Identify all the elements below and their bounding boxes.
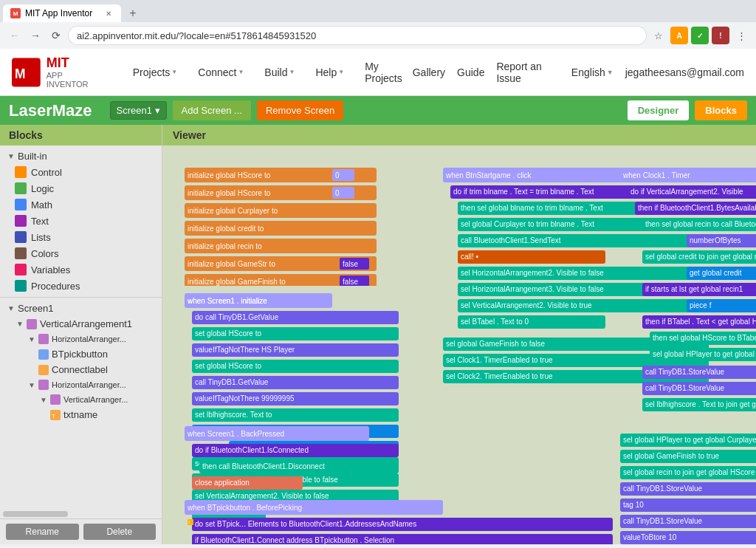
blocks-canvas: initialize global HScore to 0 initialize… bbox=[162, 145, 756, 544]
vertical-arranger2[interactable]: ▼ VerticalArranger... bbox=[0, 392, 162, 407]
app-title: LaserMaze bbox=[9, 101, 92, 120]
blocks-scroll[interactable]: ▼ Built-in Control Logic Math Text bbox=[0, 145, 162, 510]
category-procedures[interactable]: Procedures bbox=[0, 278, 162, 294]
svg-text:tag  10: tag 10 bbox=[623, 501, 644, 509]
screen-selector[interactable]: Screen1 ▾ bbox=[110, 101, 167, 120]
extension2-icon[interactable]: ✓ bbox=[691, 27, 709, 44]
active-tab[interactable]: M MIT App Inventor ✕ bbox=[3, 4, 121, 22]
nav-icons: ☆ A ✓ ! ⋮ bbox=[650, 27, 750, 44]
colors-color-block bbox=[15, 247, 27, 259]
va2-icon bbox=[50, 394, 61, 405]
main-area: Blocks ▼ Built-in Control Logic Math bbox=[0, 125, 756, 544]
svg-text:call TinyDB1.GetValue: call TinyDB1.GetValue bbox=[195, 378, 269, 386]
vertical-arrangement1[interactable]: ▼ VerticalArrangement1 bbox=[0, 316, 162, 332]
add-screen-button[interactable]: Add Screen ... bbox=[173, 100, 251, 120]
address-bar[interactable] bbox=[68, 26, 647, 45]
svg-text:sel VerticalArrangement2. Visi: sel VerticalArrangement2. Visible to fal… bbox=[195, 492, 329, 500]
extension3-icon[interactable]: ! bbox=[712, 27, 729, 44]
nav-connect[interactable]: Connect ▼ bbox=[188, 61, 254, 84]
blocks-panel: Blocks ▼ Built-in Control Logic Math bbox=[0, 125, 162, 544]
remove-screen-button[interactable]: Remove Screen bbox=[257, 100, 343, 120]
variables-color-block bbox=[15, 264, 27, 275]
forward-button[interactable]: → bbox=[27, 27, 44, 44]
nav-projects[interactable]: Projects ▼ bbox=[123, 61, 188, 84]
mit-logo-icon: M bbox=[12, 58, 41, 87]
txtname-item[interactable]: T txtname bbox=[0, 407, 162, 422]
category-text[interactable]: Text bbox=[0, 213, 162, 229]
back-button[interactable]: ← bbox=[6, 27, 24, 44]
header-right: Gallery Guide Report an Issue English ▼ … bbox=[413, 61, 744, 84]
ha1-toggle: ▼ bbox=[27, 335, 37, 343]
svg-text:then  if  BTabel . Text  <  ge: then if BTabel . Text < get global HScor… bbox=[645, 318, 756, 326]
category-procedures-label: Procedures bbox=[31, 281, 80, 292]
svg-text:sel VerticalArrangement2. Visi: sel VerticalArrangement2. Visible to tru… bbox=[461, 301, 592, 309]
builtin-section[interactable]: ▼ Built-in bbox=[0, 148, 162, 164]
tab-close-button[interactable]: ✕ bbox=[103, 8, 114, 18]
svg-text:do  if  trim  blname . Text  =: do if trim blname . Text = trim blname .… bbox=[453, 188, 594, 196]
btpickbutton-item[interactable]: BTpickbutton bbox=[0, 346, 162, 362]
svg-text:sel lblhighscore . Text to  jo: sel lblhighscore . Text to join get glob… bbox=[645, 400, 756, 408]
va1-icon bbox=[27, 319, 37, 329]
btpick-icon bbox=[38, 349, 49, 360]
svg-text:then  call BluetoothClient1.Di: then call BluetoothClient1.Disconnect bbox=[202, 462, 325, 470]
blocks-panel-header: Blocks bbox=[0, 125, 162, 145]
nav-build[interactable]: Build ▼ bbox=[254, 61, 305, 84]
builtin-toggle: ▼ bbox=[6, 152, 16, 160]
delete-button[interactable]: Delete bbox=[83, 524, 157, 540]
nav-report-issue[interactable]: Report an Issue bbox=[496, 61, 559, 84]
svg-text:initialize global Curplayer to: initialize global Curplayer to bbox=[188, 207, 278, 215]
horizontal-arranger1[interactable]: ▼ HorizontalArranger... bbox=[0, 332, 162, 346]
lower-right: sel global HPlayer to get global Curplay… bbox=[620, 434, 756, 544]
svg-rect-3 bbox=[38, 334, 49, 344]
svg-text:sel global HPlayer to  get glo: sel global HPlayer to get global Curplay… bbox=[653, 350, 756, 358]
category-logic[interactable]: Logic bbox=[0, 180, 162, 196]
svg-text:if  BluetoothClient1.Connect  : if BluetoothClient1.Connect address BTpi… bbox=[195, 536, 394, 544]
category-lists[interactable]: Lists bbox=[0, 229, 162, 245]
svg-text:piece  f: piece f bbox=[690, 301, 712, 309]
svg-text:sel global GameFinish to  true: sel global GameFinish to true bbox=[623, 452, 720, 460]
connectlabel-item[interactable]: Connectlabel bbox=[0, 362, 162, 377]
screen1-item[interactable]: ▼ Screen1 bbox=[0, 301, 162, 316]
svg-text:T: T bbox=[52, 413, 55, 419]
nav-user-email[interactable]: jegatheesans@gmail.com bbox=[625, 66, 744, 78]
connectlabel-icon bbox=[38, 365, 49, 375]
nav-gallery[interactable]: Gallery bbox=[413, 66, 445, 78]
connectlabel-label: Connectlabel bbox=[52, 364, 108, 375]
va1-label: VerticalArrangement1 bbox=[40, 318, 132, 329]
projects-arrow: ▼ bbox=[171, 69, 177, 75]
nav-guide[interactable]: Guide bbox=[457, 66, 484, 78]
rename-button[interactable]: Rename bbox=[6, 524, 79, 540]
category-colors[interactable]: Colors bbox=[0, 245, 162, 261]
reload-button[interactable]: ⟳ bbox=[47, 27, 65, 44]
svg-text:false: false bbox=[343, 278, 359, 286]
nav-help[interactable]: Help ▼ bbox=[305, 61, 354, 84]
extension1-icon[interactable]: A bbox=[670, 27, 688, 44]
blocks-button[interactable]: Blocks bbox=[695, 100, 747, 120]
viewer-content[interactable]: initialize global HScore to 0 initialize… bbox=[162, 145, 756, 544]
bookmark-icon[interactable]: ☆ bbox=[650, 27, 667, 44]
menu-icon[interactable]: ⋮ bbox=[732, 27, 750, 44]
designer-button[interactable]: Designer bbox=[628, 100, 690, 120]
nav-myprojects[interactable]: My Projects bbox=[354, 55, 413, 90]
logo-text: MIT APP INVENTOR bbox=[47, 55, 105, 89]
new-tab-button[interactable]: + bbox=[124, 4, 142, 22]
category-control[interactable]: Control bbox=[0, 164, 162, 180]
ha2-label: HorizontalArranger... bbox=[52, 380, 126, 389]
horizontal-arranger2[interactable]: ▼ HorizontalArranger... bbox=[0, 377, 162, 392]
category-logic-label: Logic bbox=[31, 183, 54, 194]
logo-mit: MIT bbox=[47, 55, 105, 71]
tab-title: MIT App Inventor bbox=[25, 8, 103, 18]
svg-text:then  sel global blname to  tr: then sel global blname to trim blname . … bbox=[461, 204, 603, 212]
lists-color-block bbox=[15, 231, 27, 243]
control-color-block bbox=[15, 166, 27, 178]
category-text-label: Text bbox=[31, 216, 49, 227]
category-variables[interactable]: Variables bbox=[0, 261, 162, 278]
category-math[interactable]: Math bbox=[0, 196, 162, 213]
svg-text:do  set BTpick... Elements to : do set BTpick... Elements to BluetoothCl… bbox=[195, 520, 416, 528]
svg-text:close application: close application bbox=[195, 479, 250, 487]
nav-english[interactable]: English ▼ bbox=[571, 66, 614, 78]
svg-text:call! •: call! • bbox=[461, 253, 479, 261]
va2-toggle: ▼ bbox=[38, 396, 49, 404]
svg-rect-4 bbox=[38, 349, 49, 360]
category-lists-label: Lists bbox=[31, 232, 51, 243]
